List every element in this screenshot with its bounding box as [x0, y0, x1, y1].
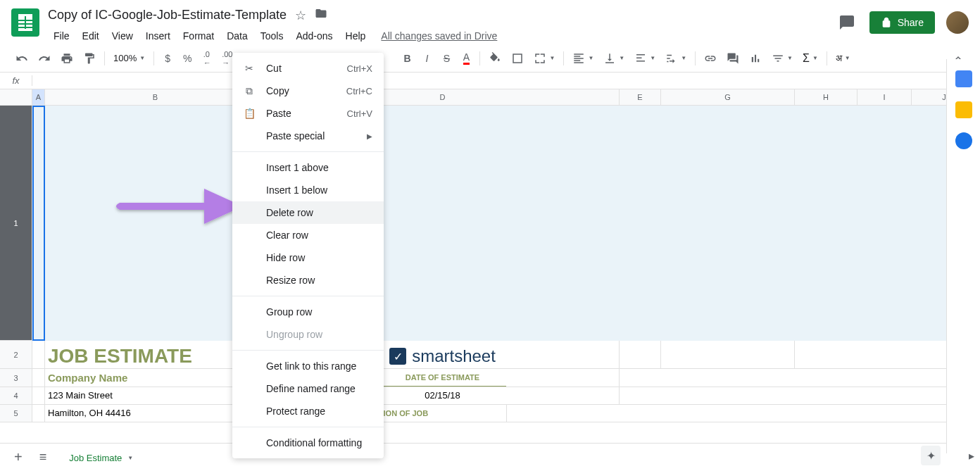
- menu-edit[interactable]: Edit: [77, 27, 105, 44]
- column-headers: A B D E G H I J: [0, 89, 980, 106]
- sheets-logo[interactable]: [11, 8, 39, 37]
- paste-icon: 📋: [242, 108, 256, 119]
- all-sheets-button[interactable]: ≡: [34, 447, 53, 467]
- col-header-g[interactable]: G: [661, 89, 795, 105]
- menu-tools[interactable]: Tools: [255, 27, 289, 44]
- fill-color-button[interactable]: [484, 49, 505, 68]
- row-header-2[interactable]: 2: [0, 341, 32, 369]
- share-button[interactable]: Share: [869, 11, 935, 34]
- app-header: Copy of IC-Google-Job-Estimate-Template …: [0, 0, 980, 44]
- copy-icon: ⧉: [242, 85, 256, 97]
- ctx-clear-row[interactable]: Clear row: [232, 224, 384, 246]
- row-header-5[interactable]: 5: [0, 405, 32, 422]
- ctx-ungroup-row: Ungroup row: [232, 323, 384, 346]
- ctx-delete-row[interactable]: Delete row: [232, 201, 384, 224]
- save-status[interactable]: All changes saved in Drive: [381, 30, 497, 42]
- paint-format-button[interactable]: [79, 49, 100, 68]
- ctx-paste-special[interactable]: Paste special▶: [232, 125, 384, 147]
- print-button[interactable]: [56, 49, 77, 68]
- percent-button[interactable]: %: [178, 49, 196, 68]
- italic-button[interactable]: I: [417, 49, 436, 68]
- annotation-arrow: [113, 175, 246, 234]
- insert-chart-button[interactable]: [745, 49, 766, 68]
- cells-grid[interactable]: JOB ESTIMATE ✓smartsheet Company Name DA…: [32, 106, 980, 422]
- undo-button[interactable]: [11, 49, 32, 68]
- share-label: Share: [898, 17, 924, 28]
- toolbar: 100%▼ $ % .0← .00→ B I S A ▼ ▼ ▼ ▼ ▼ ▼ Σ…: [0, 44, 980, 73]
- explore-button[interactable]: ✦: [921, 446, 941, 465]
- menu-data[interactable]: Data: [221, 27, 253, 44]
- sheet-tab-bar: + ≡ Job Estimate ▼: [0, 443, 946, 471]
- ctx-protect[interactable]: Protect range: [232, 400, 384, 422]
- strikethrough-button[interactable]: S: [437, 49, 456, 68]
- menu-view[interactable]: View: [106, 27, 139, 44]
- bold-button[interactable]: B: [398, 49, 416, 68]
- side-panel: [946, 59, 980, 453]
- menu-addons[interactable]: Add-ons: [290, 27, 338, 44]
- keep-icon[interactable]: [955, 101, 972, 118]
- menu-format[interactable]: Format: [177, 27, 220, 44]
- col-header-a[interactable]: A: [32, 89, 45, 105]
- formula-bar: fx: [0, 73, 980, 89]
- select-all-corner[interactable]: [0, 89, 32, 105]
- horizontal-align-button[interactable]: ▼: [568, 49, 598, 68]
- date-label-cell[interactable]: DATE OF ESTIMATE: [379, 369, 506, 387]
- context-menu: ✂CutCtrl+X ⧉CopyCtrl+C 📋PasteCtrl+V Past…: [232, 53, 384, 458]
- text-wrap-button[interactable]: ▼: [630, 49, 660, 68]
- col-header-h[interactable]: H: [795, 89, 857, 105]
- row-header-4[interactable]: 4: [0, 387, 32, 405]
- ctx-hide-row[interactable]: Hide row: [232, 246, 384, 269]
- row-headers: 1 2 3 4 5: [0, 106, 32, 422]
- filter-button[interactable]: ▼: [767, 49, 797, 68]
- row-header-1[interactable]: 1: [0, 106, 32, 341]
- fx-label: fx: [0, 75, 32, 86]
- selected-cell-a1[interactable]: [32, 106, 45, 341]
- folder-icon[interactable]: [315, 7, 327, 23]
- menu-file[interactable]: File: [48, 27, 75, 44]
- calendar-icon[interactable]: [955, 70, 972, 87]
- redo-button[interactable]: [34, 49, 55, 68]
- ctx-conditional[interactable]: Conditional formatting: [232, 432, 384, 454]
- merge-cells-button[interactable]: ▼: [529, 49, 559, 68]
- ctx-get-link[interactable]: Get link to this range: [232, 355, 384, 377]
- insert-link-button[interactable]: [700, 49, 721, 68]
- currency-button[interactable]: $: [158, 49, 177, 68]
- scroll-right-icon[interactable]: ▸: [969, 449, 974, 463]
- functions-button[interactable]: Σ▼: [798, 49, 822, 68]
- col-header-e[interactable]: E: [620, 89, 661, 105]
- menu-help[interactable]: Help: [340, 27, 372, 44]
- input-tools-button[interactable]: अ▼: [831, 50, 855, 67]
- ctx-copy[interactable]: ⧉CopyCtrl+C: [232, 80, 384, 102]
- comments-button[interactable]: [836, 11, 858, 34]
- zoom-dropdown[interactable]: 100%▼: [109, 50, 149, 66]
- ctx-paste[interactable]: 📋PasteCtrl+V: [232, 102, 384, 125]
- col-header-i[interactable]: I: [857, 89, 912, 105]
- add-sheet-button[interactable]: +: [8, 446, 28, 468]
- borders-button[interactable]: [507, 49, 528, 68]
- text-color-button[interactable]: A: [457, 49, 475, 68]
- decrease-decimal-button[interactable]: .0←: [198, 49, 216, 68]
- sheet-tab-job-estimate[interactable]: Job Estimate ▼: [58, 446, 144, 469]
- formula-input[interactable]: [32, 75, 980, 86]
- ctx-insert-above[interactable]: Insert 1 above: [232, 156, 384, 179]
- ctx-cut[interactable]: ✂CutCtrl+X: [232, 57, 384, 80]
- vertical-align-button[interactable]: ▼: [599, 49, 629, 68]
- row-header-3[interactable]: 3: [0, 369, 32, 387]
- ctx-resize-row[interactable]: Resize row: [232, 269, 384, 291]
- menu-insert[interactable]: Insert: [140, 27, 176, 44]
- ctx-define-named[interactable]: Define named range: [232, 377, 384, 400]
- tab-dropdown-icon[interactable]: ▼: [127, 455, 133, 461]
- user-avatar[interactable]: [946, 11, 969, 34]
- text-rotation-button[interactable]: ▼: [661, 49, 691, 68]
- ctx-insert-below[interactable]: Insert 1 below: [232, 179, 384, 201]
- document-title[interactable]: Copy of IC-Google-Job-Estimate-Template: [48, 8, 287, 23]
- star-icon[interactable]: ☆: [295, 8, 306, 23]
- tasks-icon[interactable]: [955, 132, 972, 149]
- menubar: File Edit View Insert Format Data Tools …: [48, 27, 836, 44]
- cut-icon: ✂: [242, 63, 256, 74]
- ctx-group-row[interactable]: Group row: [232, 301, 384, 323]
- insert-comment-button[interactable]: [722, 49, 743, 68]
